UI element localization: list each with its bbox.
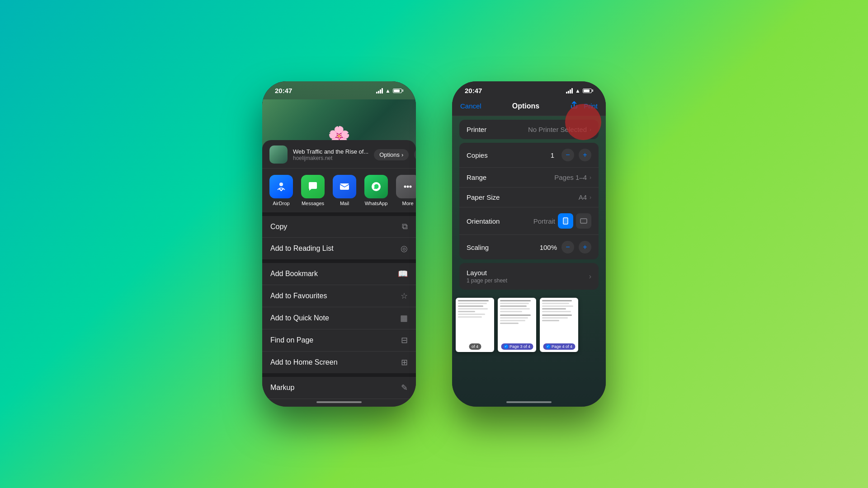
- paper-chevron-icon: ›: [590, 194, 591, 201]
- mail-share-item[interactable]: Mail: [333, 175, 356, 206]
- find-on-page-label: Find on Page: [270, 336, 313, 344]
- add-quick-note-label: Add to Quick Note: [270, 314, 329, 322]
- airdrop-label: AirDrop: [273, 201, 289, 206]
- layout-label: Layout: [467, 269, 507, 277]
- layout-row[interactable]: Layout 1 page per sheet ›: [459, 263, 599, 290]
- print-options-content: Printer No Printer Selected › Copies 1 −…: [452, 116, 606, 357]
- cancel-button[interactable]: Cancel: [460, 102, 481, 110]
- layout-sublabel: 1 page per sheet: [467, 277, 507, 284]
- share-action-list: Copy ⧉ Add to Reading List ◎: [262, 216, 416, 259]
- find-icon: ⊟: [401, 335, 408, 345]
- add-quick-note-action[interactable]: Add to Quick Note ▦: [262, 307, 416, 329]
- paper-size-value-area: A4 ›: [579, 193, 591, 201]
- svg-point-4: [407, 186, 409, 188]
- whatsapp-share-item[interactable]: WhatsApp: [364, 175, 388, 206]
- markup-icon: ✎: [401, 383, 408, 393]
- quick-note-icon: ▦: [400, 313, 408, 323]
- preview-page-4-image: ✓ Page 4 of 4: [540, 298, 578, 352]
- app-share-row: AirDrop Messages: [262, 169, 416, 212]
- bookmark-icon: 📖: [398, 269, 408, 279]
- scaling-minus-button[interactable]: −: [561, 241, 574, 253]
- add-favourites-action[interactable]: Add to Favourites ☆: [262, 285, 416, 307]
- whatsapp-icon: [364, 175, 388, 198]
- share-header: Web Traffic and the Rise of... hoelijmak…: [262, 140, 416, 169]
- range-value: Pages 1–4: [554, 174, 587, 181]
- layout-chevron-icon: ›: [589, 272, 591, 281]
- battery-icon-1: [393, 89, 403, 93]
- scaling-stepper: 100% − +: [540, 241, 591, 253]
- messages-share-item[interactable]: Messages: [301, 175, 325, 206]
- orientation-buttons: [558, 213, 591, 229]
- add-home-screen-action[interactable]: Add to Home Screen ⊞: [262, 352, 416, 373]
- copy-action[interactable]: Copy ⧉: [262, 216, 416, 238]
- scaling-label: Scaling: [467, 244, 489, 251]
- add-home-screen-label: Add to Home Screen: [270, 358, 338, 366]
- portrait-button[interactable]: [558, 213, 573, 229]
- orientation-portrait-label: Portrait: [533, 217, 555, 225]
- more-share-item[interactable]: More: [396, 175, 416, 206]
- share-page-title: Web Traffic and the Rise of...: [293, 148, 368, 155]
- preview-page-4[interactable]: ✓ Page 4 of 4: [540, 298, 578, 352]
- home-indicator-2: [506, 401, 552, 403]
- preview-page-3[interactable]: ✓ Page 3 of 4: [498, 298, 536, 352]
- paper-size-label: Paper Size: [467, 193, 500, 201]
- more-icon: [396, 175, 416, 198]
- print-label: Print: [270, 406, 285, 407]
- share-domain: hoelijmakers.net: [293, 155, 368, 161]
- add-bookmark-action[interactable]: Add Bookmark 📖: [262, 263, 416, 285]
- range-row[interactable]: Range Pages 1–4 ›: [459, 168, 599, 188]
- share-title-block: Web Traffic and the Rise of... hoelijmak…: [293, 148, 368, 161]
- messages-icon: [301, 175, 325, 198]
- print-preview-area: of 4: [452, 293, 606, 357]
- more-label: More: [402, 201, 413, 206]
- copy-icon: ⧉: [402, 222, 408, 231]
- options-title: Options: [512, 102, 539, 110]
- svg-point-5: [410, 186, 412, 188]
- share-action-list-2: Add Bookmark 📖 Add to Favourites ☆ Add t…: [262, 263, 416, 373]
- airdrop-share-item[interactable]: AirDrop: [269, 175, 293, 206]
- landscape-button[interactable]: [576, 213, 591, 229]
- preview-2-label: of 4: [469, 343, 481, 350]
- add-bookmark-label: Add Bookmark: [270, 270, 318, 278]
- close-button[interactable]: ×: [414, 148, 416, 161]
- time-2: 20:47: [465, 87, 482, 94]
- home-indicator-1: [316, 401, 362, 403]
- time-1: 20:47: [275, 87, 292, 94]
- print-icon: ⎙: [403, 405, 408, 407]
- wifi-icon-2: ▲: [575, 88, 580, 94]
- orientation-value-area: Portrait: [533, 213, 591, 229]
- scaling-plus-button[interactable]: +: [579, 241, 591, 253]
- options-button[interactable]: Options ›: [374, 149, 409, 160]
- phone-2: 20:47 ▲ Cancel Options: [452, 81, 606, 407]
- wifi-icon-1: ▲: [385, 88, 391, 94]
- scaling-value: 100%: [540, 244, 557, 251]
- preview-page-2[interactable]: of 4: [456, 298, 494, 352]
- status-icons-2: ▲: [566, 88, 593, 94]
- paper-size-value: A4: [579, 193, 587, 201]
- battery-icon-2: [583, 89, 593, 93]
- messages-label: Messages: [302, 201, 324, 206]
- reading-list-icon: ◎: [401, 244, 408, 253]
- check-3-icon: ✓: [504, 344, 508, 349]
- copies-minus-button[interactable]: −: [561, 149, 574, 161]
- copies-plus-button[interactable]: +: [579, 149, 591, 161]
- section-gap-1: [262, 212, 416, 216]
- range-value-area: Pages 1–4 ›: [554, 174, 591, 181]
- signal-icon-1: [376, 88, 383, 94]
- print-settings-section: Copies 1 − + Range Pages 1–4 › Paper Siz: [459, 143, 599, 259]
- layout-text: Layout 1 page per sheet: [467, 269, 507, 284]
- mail-label: Mail: [340, 201, 349, 206]
- reading-list-action[interactable]: Add to Reading List ◎: [262, 238, 416, 259]
- find-on-page-action[interactable]: Find on Page ⊟: [262, 329, 416, 352]
- paper-size-row[interactable]: Paper Size A4 ›: [459, 188, 599, 207]
- orientation-label: Orientation: [467, 217, 500, 225]
- status-icons-1: ▲: [376, 88, 403, 94]
- status-bar-2: 20:47 ▲: [452, 81, 606, 96]
- add-favourites-label: Add to Favourites: [270, 292, 327, 300]
- copies-row: Copies 1 − +: [459, 143, 599, 168]
- copy-label: Copy: [270, 223, 287, 231]
- markup-action[interactable]: Markup ✎: [262, 377, 416, 399]
- section-gap-2: [262, 259, 416, 263]
- svg-point-0: [279, 183, 283, 186]
- svg-rect-1: [340, 183, 349, 190]
